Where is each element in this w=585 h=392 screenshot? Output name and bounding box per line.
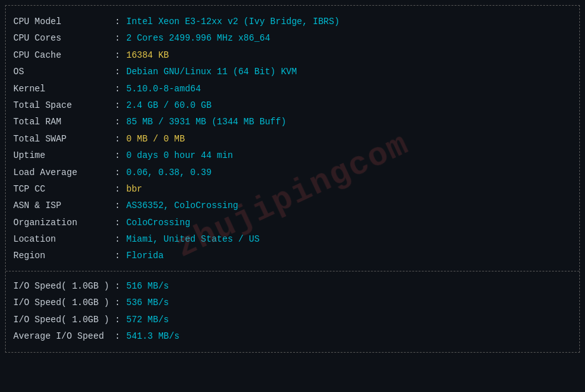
table-row: CPU Model : Intel Xeon E3-12xx v2 (Ivy B… — [6, 13, 579, 30]
row-value: 536 MB/s — [126, 296, 169, 310]
row-value: 2 Cores 2499.996 MHz x86_64 — [126, 31, 270, 45]
row-colon: : — [115, 329, 121, 343]
row-colon: : — [115, 82, 121, 96]
row-value: 0 MB / 0 MB — [126, 132, 185, 146]
table-row: TCP CC : bbr — [6, 181, 579, 197]
row-value: 85 MB / 3931 MB (1344 MB Buff) — [126, 115, 286, 129]
row-colon: : — [115, 15, 121, 29]
row-value: AS36352, ColoCrossing — [126, 199, 238, 212]
row-value: 572 MB/s — [126, 313, 169, 327]
table-row: Kernel : 5.10.0-8-amd64 — [6, 81, 579, 97]
row-label: OS — [13, 65, 115, 79]
row-label: Load Average — [13, 166, 115, 180]
system-info-section: CPU Model : Intel Xeon E3-12xx v2 (Ivy B… — [6, 11, 579, 267]
row-value: 2.4 GB / 60.0 GB — [126, 98, 211, 112]
row-value: bbr — [126, 182, 142, 196]
row-label: Total SWAP — [13, 132, 115, 146]
table-row: ASN & ISP : AS36352, ColoCrossing — [6, 197, 579, 214]
row-colon: : — [115, 296, 121, 310]
row-colon: : — [115, 279, 121, 293]
row-colon: : — [115, 232, 121, 246]
row-colon: : — [115, 115, 121, 129]
row-label: Total Space — [13, 98, 115, 112]
row-colon: : — [115, 216, 121, 230]
row-label: I/O Speed( 1.0GB ) — [13, 279, 115, 293]
io-speed-section: I/O Speed( 1.0GB ) : 516 MB/s I/O Speed(… — [6, 275, 579, 348]
row-colon: : — [115, 31, 121, 45]
row-colon: : — [115, 132, 121, 146]
row-label: Location — [13, 232, 115, 246]
row-value: Debian GNU/Linux 11 (64 Bit) KVM — [126, 65, 297, 79]
row-colon: : — [115, 148, 121, 162]
row-label: Total RAM — [13, 115, 115, 129]
row-value: Miami, United States / US — [126, 232, 260, 246]
table-row: OS : Debian GNU/Linux 11 (64 Bit) KVM — [6, 63, 579, 80]
row-label: I/O Speed( 1.0GB ) — [13, 296, 115, 310]
main-container: CPU Model : Intel Xeon E3-12xx v2 (Ivy B… — [5, 5, 580, 353]
table-row: Organization : ColoCrossing — [6, 214, 579, 231]
row-value: 541.3 MB/s — [126, 329, 180, 343]
table-row: Total SWAP : 0 MB / 0 MB — [6, 131, 579, 147]
row-value: 0 days 0 hour 44 min — [126, 148, 233, 162]
row-colon: : — [115, 249, 121, 263]
section-divider — [6, 271, 579, 271]
row-value: 16384 KB — [126, 48, 169, 62]
row-colon: : — [115, 199, 121, 212]
row-value: 5.10.0-8-amd64 — [126, 82, 201, 96]
table-row: CPU Cores : 2 Cores 2499.996 MHz x86_64 — [6, 30, 579, 46]
table-row: I/O Speed( 1.0GB ) : 572 MB/s — [6, 311, 579, 328]
row-colon: : — [115, 65, 121, 79]
row-value: Intel Xeon E3-12xx v2 (Ivy Bridge, IBRS) — [126, 15, 339, 29]
row-label: Uptime — [13, 148, 115, 162]
row-colon: : — [115, 166, 121, 180]
table-row: Location : Miami, United States / US — [6, 231, 579, 247]
row-label: Organization — [13, 216, 115, 230]
table-row: Load Average : 0.06, 0.38, 0.39 — [6, 164, 579, 181]
row-label: Kernel — [13, 82, 115, 96]
row-label: Region — [13, 249, 115, 263]
row-value: Florida — [126, 249, 164, 263]
table-row: Total Space : 2.4 GB / 60.0 GB — [6, 97, 579, 114]
table-row: Average I/O Speed : 541.3 MB/s — [6, 328, 579, 344]
row-label: ASN & ISP — [13, 199, 115, 212]
table-row: CPU Cache : 16384 KB — [6, 47, 579, 63]
table-row: Uptime : 0 days 0 hour 44 min — [6, 147, 579, 164]
row-label: I/O Speed( 1.0GB ) — [13, 313, 115, 327]
row-colon: : — [115, 313, 121, 327]
row-colon: : — [115, 48, 121, 62]
row-label: TCP CC — [13, 182, 115, 196]
table-row: I/O Speed( 1.0GB ) : 536 MB/s — [6, 294, 579, 311]
row-value: 0.06, 0.38, 0.39 — [126, 166, 211, 180]
row-colon: : — [115, 98, 121, 112]
table-row: Total RAM : 85 MB / 3931 MB (1344 MB Buf… — [6, 114, 579, 130]
table-row: Region : Florida — [6, 247, 579, 264]
table-row: I/O Speed( 1.0GB ) : 516 MB/s — [6, 278, 579, 294]
row-value: 516 MB/s — [126, 279, 169, 293]
row-label: Average I/O Speed — [13, 329, 115, 343]
row-label: CPU Model — [13, 15, 115, 29]
row-label: CPU Cache — [13, 48, 115, 62]
row-value: ColoCrossing — [126, 216, 190, 230]
row-colon: : — [115, 182, 121, 196]
row-label: CPU Cores — [13, 31, 115, 45]
